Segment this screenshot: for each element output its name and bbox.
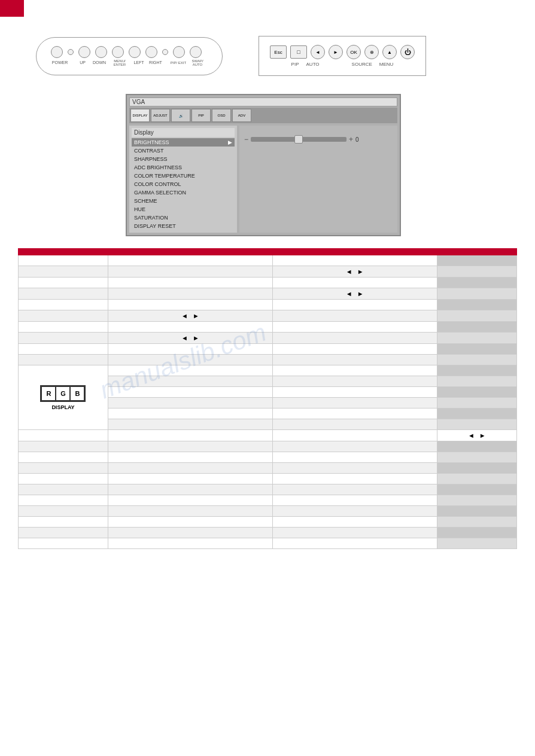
table-cell [108,365,272,376]
nav-arrows [276,268,433,275]
arrow-right-2[interactable] [357,290,364,297]
arrow-left-2[interactable] [346,290,352,297]
table-cell [108,333,272,344]
tab-adjust[interactable]: ADJUST [151,109,170,122]
table-cell [19,288,108,300]
col-header-3 [272,249,437,255]
table-cell [19,528,108,538]
tab-pip[interactable]: PIP [191,109,211,122]
red-bar-decoration [0,0,24,17]
table-cell [437,474,516,484]
osd-item-display-reset[interactable]: DISPLAY RESET [132,222,235,230]
table-cell [108,266,272,278]
table-cell [19,355,108,365]
table-cell [272,409,437,419]
down-sq-button[interactable]: ⊕ [364,45,379,59]
osd-item-scheme[interactable]: SCHEME [132,197,235,205]
up-sq-button[interactable]: ▲ [382,45,397,59]
pip-exit-button[interactable] [173,46,185,58]
left-button[interactable] [129,46,141,58]
table-cell [108,506,272,517]
osd-item-color-temp[interactable]: COLOR TEMPERATURE [132,172,235,180]
table-cell [108,430,272,441]
table-cell [272,430,437,441]
main-table-section: R G B DISPLAY [18,248,517,549]
right-label: RIGHT [147,60,165,65]
power-button[interactable] [51,46,63,58]
table-cell [437,528,516,538]
esc-button[interactable]: Esc [270,45,287,59]
swap-auto-button[interactable] [190,46,202,58]
arrow-right-5[interactable] [479,432,486,439]
arrow-left-5[interactable] [468,432,475,439]
table-cell [108,278,272,288]
table-cell [19,310,108,322]
g-cell: G [56,386,70,401]
up-button[interactable] [78,46,90,58]
slider-thumb[interactable] [294,135,303,144]
table-cell [19,255,108,266]
nav-arrows-2 [276,290,433,297]
osd-menu-panel: Display BRIGHTNESS▶ CONTRAST SHARPNESS A… [129,126,237,233]
right-button[interactable] [145,46,157,58]
osd-item-sharpness[interactable]: SHARPNESS [132,155,235,163]
table-row [19,255,517,266]
col-header-1 [19,249,108,255]
table-cell [108,538,272,549]
osd-window: VGA DISPLAY ADJUST 🔊 PIP OSD ADV Display… [126,94,401,236]
table-cell [437,333,516,344]
table-cell [272,452,437,463]
osd-item-adc-brightness[interactable]: ADC BRIGHTNESS [132,163,235,172]
table-cell [19,517,108,528]
arrow-right-4[interactable] [193,334,199,342]
nav-left-button[interactable]: ◄ [311,45,325,59]
pip-sq-button[interactable]: □ [290,45,307,59]
arrow-right[interactable] [357,268,364,275]
osd-slider-panel: − + 0 [239,126,397,233]
osd-item-saturation[interactable]: SATURATION [132,214,235,222]
table-cell [19,484,108,495]
table-cell [108,484,272,495]
table-row [19,441,517,452]
oval-label-row: POWER UP DOWN MENU/ ENTER LEFT RIGHT PIP… [51,59,208,66]
osd-item-gamma[interactable]: GAMMA SELECTION [132,188,235,197]
arrow-left[interactable] [346,268,352,275]
table-cell [272,441,437,452]
table-cell [437,398,516,409]
osd-item-hue[interactable]: HUE [132,205,235,214]
power-sq-button[interactable]: ⏻ [400,45,415,59]
osd-item-color-control[interactable]: COLOR CONTROL [132,180,235,188]
table-cell [108,344,272,355]
nav-arrows-5 [441,432,513,439]
arrow-right-3[interactable] [193,312,199,319]
tab-audio[interactable]: 🔊 [171,109,190,122]
arrow-left-4[interactable] [181,334,188,342]
table-cell [19,344,108,355]
table-row [19,495,517,506]
table-cell [108,355,272,365]
ok-button[interactable]: OK [346,45,361,59]
pip-sq-label: PIP [291,62,299,67]
table-cell [437,452,516,463]
nav-right-button[interactable]: ► [329,45,343,59]
osd-item-contrast[interactable]: CONTRAST [132,147,235,155]
table-row [19,300,517,310]
col-header-2 [108,249,272,255]
menu-enter-button[interactable] [112,46,124,58]
table-cell [108,255,272,266]
tab-advanced[interactable]: ADV [232,109,251,122]
arrow-left-3[interactable] [181,312,188,319]
table-cell [108,310,272,322]
down-button[interactable] [95,46,107,58]
table-cell [272,278,437,288]
slider-track[interactable] [251,137,346,142]
nav-arrows-4 [112,334,269,342]
tab-osd[interactable]: OSD [212,109,231,122]
tab-display[interactable]: DISPLAY [130,109,150,122]
table-cell [108,452,272,463]
table-row [19,430,517,441]
table-row [19,288,517,300]
osd-item-brightness[interactable]: BRIGHTNESS▶ [132,138,235,147]
r-cell: R [41,386,56,401]
table-cell [272,495,437,506]
